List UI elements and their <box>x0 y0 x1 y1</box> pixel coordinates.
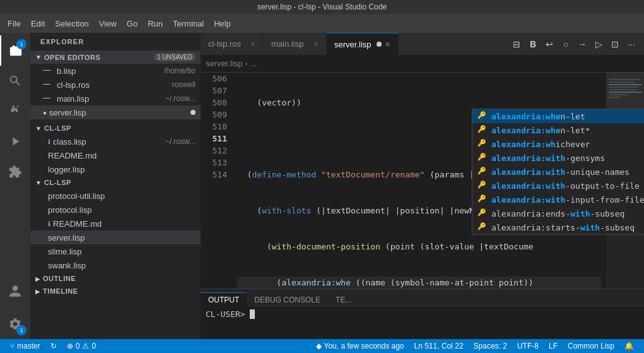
warn-count: 0 <box>91 342 96 350</box>
autocomplete-item[interactable]: 🔑 alexandria:with-output-to-file <box>472 179 644 193</box>
status-sync[interactable]: ↻ <box>45 342 62 350</box>
file-server-lisp-sidebar[interactable]: server.lisp <box>30 230 201 244</box>
tab-name: server.lisp <box>334 40 372 49</box>
file-path: ~/.rosw... <box>165 137 196 146</box>
status-language[interactable]: Common Lisp <box>563 342 619 350</box>
tab-server-lisp[interactable]: server.lisp × <box>327 33 399 55</box>
line-numbers: 506 507 508 509 510 511 512 513 514 <box>201 73 232 289</box>
open-editors-header[interactable]: ▼ OPEN EDITORS 1 UNSAVED <box>30 51 201 64</box>
file-swank[interactable]: swank.lisp <box>30 258 201 272</box>
source-control-icon[interactable] <box>0 96 30 126</box>
autocomplete-item[interactable]: 🔑 alexandria:with-input-from-file <box>472 193 644 206</box>
open-file-main-lisp[interactable]: — main.lisp ~/.rosw... <box>30 92 201 105</box>
timeline-header[interactable]: ▶ TIMELINE <box>30 285 201 297</box>
blame-text: You, a few seconds ago <box>324 342 404 350</box>
ac-text: alexandria:with-output-to-file <box>491 181 644 191</box>
outline-header[interactable]: ▶ OUTLINE <box>30 272 201 285</box>
file-class-lisp[interactable]: ℹ class.lisp ~/.rosw... <box>30 135 201 148</box>
ac-icon: 🔑 <box>477 208 488 218</box>
autocomplete-item[interactable]: 🔑 alexandria:starts-with-subseq <box>472 220 644 234</box>
run-debug-icon[interactable] <box>0 126 30 157</box>
menu-view[interactable]: View <box>94 16 122 31</box>
breadcrumb-path[interactable]: ... <box>250 59 257 68</box>
forward-icon[interactable]: ○ <box>558 37 573 52</box>
ac-text: alexandria:when-let <box>491 112 644 121</box>
status-line-col[interactable]: Ln 511, Col 22 <box>409 342 469 350</box>
ac-icon: 🔑 <box>477 194 488 205</box>
tab-cl-lsp-ros[interactable]: cl-lsp.ros × <box>201 33 264 55</box>
status-encoding[interactable]: UTF-8 <box>512 342 544 350</box>
menu-edit[interactable]: Edit <box>26 16 50 31</box>
ac-icon: 🔑 <box>477 139 488 149</box>
autocomplete-item[interactable]: 🔑 alexandria:with-unique-names <box>472 165 644 179</box>
panel-tab-output[interactable]: OUTPUT <box>201 292 247 307</box>
file-readme[interactable]: ℹ README.md <box>30 217 201 230</box>
more-icon[interactable]: ··· <box>624 37 639 52</box>
settings-icon[interactable]: 1 <box>0 309 30 339</box>
bell-icon: 🔔 <box>624 342 634 350</box>
menu-run[interactable]: Run <box>143 16 168 31</box>
file-readme-md[interactable]: README.md <box>30 148 201 162</box>
repl-cursor[interactable] <box>250 309 255 319</box>
files-icon[interactable]: 1 <box>0 35 30 66</box>
status-spaces[interactable]: Spaces: 2 <box>469 342 512 350</box>
menu-selection[interactable]: Selection <box>50 16 93 31</box>
file-slime[interactable]: slime.lisp <box>30 244 201 258</box>
ac-icon: 🔑 <box>477 222 488 232</box>
status-branch[interactable]: ⑂ master <box>5 342 45 350</box>
split-editor-icon[interactable]: ⊟ <box>509 37 524 52</box>
autocomplete-item[interactable]: 🔑 alexandria:with-gensyms <box>472 151 644 165</box>
file-protocol[interactable]: protocol.lisp <box>30 203 201 217</box>
branch-icon: ⑂ <box>10 342 15 350</box>
tabs-bar: cl-lsp.ros × main.lisp × server.lisp × ⊟… <box>201 33 644 55</box>
play-icon[interactable]: ▷ <box>591 37 606 52</box>
autocomplete-dropdown[interactable]: 🔑 alexandria:when-let -f---m-- 🔑 alexand… <box>472 109 644 235</box>
back-icon[interactable]: ↩ <box>542 37 557 52</box>
status-errors[interactable]: ⊗ 0 ⚠ 0 <box>62 342 101 350</box>
menu-bar: File Edit Selection View Go Run Terminal… <box>0 14 644 33</box>
sync-icon: ↻ <box>50 342 57 350</box>
file-protocol-util[interactable]: protocol-util.lisp <box>30 189 201 203</box>
open-file-server-lisp[interactable]: ● server.lisp <box>30 105 201 119</box>
dirty-indicator <box>377 42 382 47</box>
tab-main-lisp[interactable]: main.lisp × <box>264 33 327 55</box>
menu-help[interactable]: Help <box>209 16 236 31</box>
autocomplete-item[interactable]: 🔑 alexandria:ends-with-subseq <box>472 206 644 220</box>
autocomplete-item[interactable]: 🔑 alexandria:whichever <box>472 137 644 151</box>
breadcrumb-file[interactable]: server.lisp <box>206 59 243 68</box>
menu-file[interactable]: File <box>3 16 26 31</box>
file-name: cl-lsp.ros <box>57 80 168 90</box>
title-bar: server.lisp - cl-lsp - Visual Studio Cod… <box>0 0 644 14</box>
project-header[interactable]: ▼ CL-LSP <box>30 122 201 135</box>
autocomplete-item[interactable]: 🔑 alexandria:when-let -f---m-- <box>472 109 644 123</box>
open-file-cl-lsp-ros[interactable]: — cl-lsp.ros roswell <box>30 78 201 92</box>
open-file-b-lisp[interactable]: — b.lisp /home/bo <box>30 64 201 78</box>
file-name: server.lisp <box>48 233 196 242</box>
ac-icon: 🔑 <box>477 167 488 177</box>
layout-icon[interactable]: ⊡ <box>607 37 623 52</box>
menu-go[interactable]: Go <box>122 16 143 31</box>
autocomplete-item[interactable]: 🔑 alexandria:when-let* <box>472 123 644 137</box>
cl-lsp-header[interactable]: ▼ CL-LSP <box>30 176 201 189</box>
error-count: 0 <box>76 342 80 350</box>
panel-tab-terminal[interactable]: TE... <box>328 293 359 307</box>
file-logger-lisp[interactable]: logger.lisp <box>30 162 201 176</box>
search-icon[interactable] <box>0 66 30 96</box>
panel-tab-debug[interactable]: DEBUG CONSOLE <box>247 293 328 307</box>
file-icon: — <box>43 93 53 104</box>
close-icon[interactable]: × <box>313 39 319 49</box>
status-line-ending[interactable]: LF <box>544 342 563 350</box>
menu-terminal[interactable]: Terminal <box>168 16 209 31</box>
blame-icon: ◆ <box>316 342 322 350</box>
bold-icon[interactable]: B <box>525 37 541 52</box>
files-badge: 1 <box>16 39 26 49</box>
accounts-icon[interactable] <box>0 276 30 306</box>
panel: OUTPUT DEBUG CONSOLE TE... CL-USER> <box>201 289 644 339</box>
status-notification[interactable]: 🔔 <box>619 342 639 350</box>
arrow-icon: ▼ <box>35 179 42 186</box>
code-editor[interactable]: 506 507 508 509 510 511 512 513 514 (vec… <box>201 73 644 289</box>
close-icon[interactable]: × <box>250 39 255 49</box>
extensions-icon[interactable] <box>0 157 30 187</box>
right-icon[interactable]: → <box>575 37 590 52</box>
close-icon[interactable]: × <box>385 39 390 49</box>
